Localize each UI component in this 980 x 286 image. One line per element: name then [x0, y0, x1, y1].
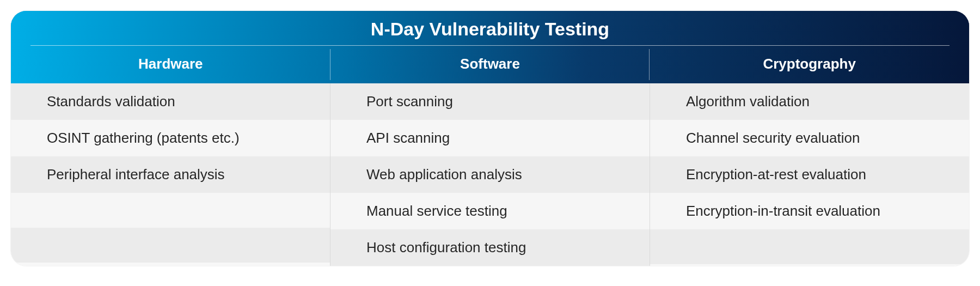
table-body: Standards validation OSINT gathering (pa… — [11, 83, 969, 266]
list-item: Algorithm validation — [650, 83, 969, 120]
table-header-wrap: N-Day Vulnerability Testing Hardware Sof… — [11, 11, 969, 83]
list-item: Port scanning — [330, 83, 650, 120]
column-cryptography: Algorithm validation Channel security ev… — [650, 83, 969, 266]
list-item — [11, 228, 330, 263]
vulnerability-testing-table: N-Day Vulnerability Testing Hardware Sof… — [11, 11, 969, 266]
list-item: Peripheral interface analysis — [11, 156, 330, 193]
column-header-cryptography: Cryptography — [650, 46, 969, 83]
list-item: Channel security evaluation — [650, 120, 969, 156]
list-item: Manual service testing — [330, 193, 650, 229]
list-item — [11, 193, 330, 228]
list-item — [650, 229, 969, 264]
list-item: Encryption-at-rest evaluation — [650, 156, 969, 193]
list-item: API scanning — [330, 120, 650, 156]
list-item: Encryption-in-transit evaluation — [650, 193, 969, 229]
list-item: Host configuration testing — [330, 229, 650, 266]
column-headers-row: Hardware Software Cryptography — [11, 46, 969, 83]
list-item: OSINT gathering (patents etc.) — [11, 120, 330, 156]
column-hardware: Standards validation OSINT gathering (pa… — [11, 83, 330, 266]
list-item: Standards validation — [11, 83, 330, 120]
list-item: Web application analysis — [330, 156, 650, 193]
column-header-hardware: Hardware — [11, 46, 330, 83]
table-title: N-Day Vulnerability Testing — [11, 11, 969, 45]
column-software: Port scanning API scanning Web applicati… — [330, 83, 650, 266]
column-header-software: Software — [330, 46, 650, 83]
